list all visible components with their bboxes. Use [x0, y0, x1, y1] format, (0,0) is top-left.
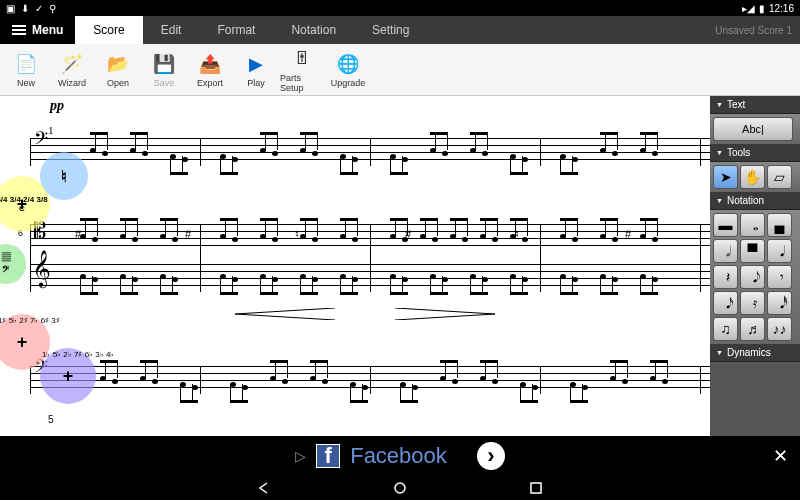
pin-icon: ⚲ — [49, 3, 56, 14]
check-icon: ✓ — [35, 3, 43, 14]
crescendo-hairpin — [220, 306, 350, 318]
treble-clef-icon: 𝄞 — [32, 250, 51, 287]
rest-whole[interactable]: ▄ — [767, 213, 792, 237]
battery-icon: ▮ — [759, 3, 765, 14]
tab-format[interactable]: Format — [199, 16, 273, 44]
beam-four[interactable]: ♬ — [740, 317, 765, 341]
adchoices-icon[interactable]: ▷ — [295, 448, 306, 464]
wifi-icon: ▸◢ — [742, 3, 755, 14]
tuplet[interactable]: ♪♪ — [767, 317, 792, 341]
upgrade-icon: 🌐 — [336, 52, 360, 76]
upgrade-button[interactable]: 🌐Upgrade — [326, 46, 370, 94]
fingering-5: 5 — [48, 414, 54, 425]
note-whole[interactable]: 𝅝 — [740, 213, 765, 237]
new-button[interactable]: 📄New — [4, 46, 48, 94]
note-sixteenth[interactable]: 𝅘𝅥𝅯 — [713, 291, 738, 315]
back-button[interactable] — [256, 480, 272, 496]
fingering: 1 — [48, 124, 54, 136]
clock: 12:16 — [769, 3, 794, 14]
tab-notation[interactable]: Notation — [273, 16, 354, 44]
parts-icon: 🎚 — [290, 47, 314, 71]
home-button[interactable] — [392, 480, 408, 496]
export-icon: 📤 — [198, 52, 222, 76]
panel-notation-header[interactable]: Notation — [710, 192, 800, 210]
play-button[interactable]: ▶Play — [234, 46, 278, 94]
tab-edit[interactable]: Edit — [143, 16, 200, 44]
wizard-button[interactable]: 🪄Wizard — [50, 46, 94, 94]
svg-rect-1 — [531, 483, 541, 493]
bass-clef-icon: 𝄢 — [34, 128, 48, 154]
note-thirtysecond[interactable]: 𝅘𝅥𝅰 — [767, 291, 792, 315]
hamburger-icon — [12, 25, 26, 35]
ad-arrow-icon[interactable]: › — [477, 442, 505, 470]
note-eighth[interactable]: 𝅘𝅥𝅮 — [740, 265, 765, 289]
parts-setup-button[interactable]: 🎚Parts Setup — [280, 46, 324, 94]
export-button[interactable]: 📤Export — [188, 46, 232, 94]
score-canvas[interactable]: pp 1 𝄢 𝄡 𝄞 6 𝄢 5 — [0, 96, 710, 436]
note-quarter[interactable]: 𝅘𝅥 — [767, 239, 792, 263]
android-status-bar: ▣ ⬇ ✓ ⚲ ▸◢ ▮ 12:16 — [0, 0, 800, 16]
svg-point-0 — [395, 483, 405, 493]
right-panel: Text Abc| Tools ➤ ✋ ▱ Notation ▬ 𝅝 ▄ 𝅗𝅥 … — [710, 96, 800, 436]
accidental-palette[interactable]: ♮ — [40, 152, 88, 200]
rest-half[interactable]: ▀ — [740, 239, 765, 263]
rest-sixteenth[interactable]: 𝄿 — [740, 291, 765, 315]
note-half[interactable]: 𝅗𝅥 — [713, 239, 738, 263]
new-icon: 📄 — [14, 52, 38, 76]
download-icon: ⬇ — [21, 3, 29, 14]
clef-palette[interactable]: 𝄚𝄢 — [0, 244, 26, 284]
panel-tools-header[interactable]: Tools — [710, 144, 800, 162]
note-bar[interactable]: ▬ — [713, 213, 738, 237]
facebook-icon: f — [316, 444, 340, 468]
open-icon: 📂 — [106, 52, 130, 76]
decrescendo-hairpin — [380, 306, 510, 318]
toolbar: 📄New 🪄Wizard 📂Open 💾Save 📤Export ▶Play 🎚… — [0, 44, 800, 96]
wizard-icon: 🪄 — [60, 52, 84, 76]
save-button[interactable]: 💾Save — [142, 46, 186, 94]
eraser-tool[interactable]: ▱ — [767, 165, 792, 189]
tab-setting[interactable]: Setting — [354, 16, 427, 44]
tab-score[interactable]: Score — [75, 16, 142, 44]
image-icon: ▣ — [6, 3, 15, 14]
document-title: Unsaved Score 1 — [715, 25, 792, 36]
open-button[interactable]: 📂Open — [96, 46, 140, 94]
android-nav-bar — [0, 476, 800, 500]
rest-eighth[interactable]: 𝄾 — [767, 265, 792, 289]
recents-button[interactable] — [528, 480, 544, 496]
panel-text-header[interactable]: Text — [710, 96, 800, 114]
ad-banner[interactable]: ▷ f Facebook › ✕ — [0, 436, 800, 476]
menu-button[interactable]: Menu — [0, 16, 75, 44]
text-tool-button[interactable]: Abc| — [713, 117, 793, 141]
hand-tool[interactable]: ✋ — [740, 165, 765, 189]
save-icon: 💾 — [152, 52, 176, 76]
ad-close-button[interactable]: ✕ — [773, 445, 788, 467]
rest-quarter[interactable]: 𝄽 — [713, 265, 738, 289]
dynamic-pp: pp — [50, 98, 64, 114]
beam-two[interactable]: ♫ — [713, 317, 738, 341]
play-icon: ▶ — [244, 52, 268, 76]
menu-bar: Menu Score Edit Format Notation Setting … — [0, 16, 800, 44]
pointer-tool[interactable]: ➤ — [713, 165, 738, 189]
panel-dynamics-header[interactable]: Dynamics — [710, 344, 800, 362]
ad-text: Facebook — [350, 443, 447, 469]
